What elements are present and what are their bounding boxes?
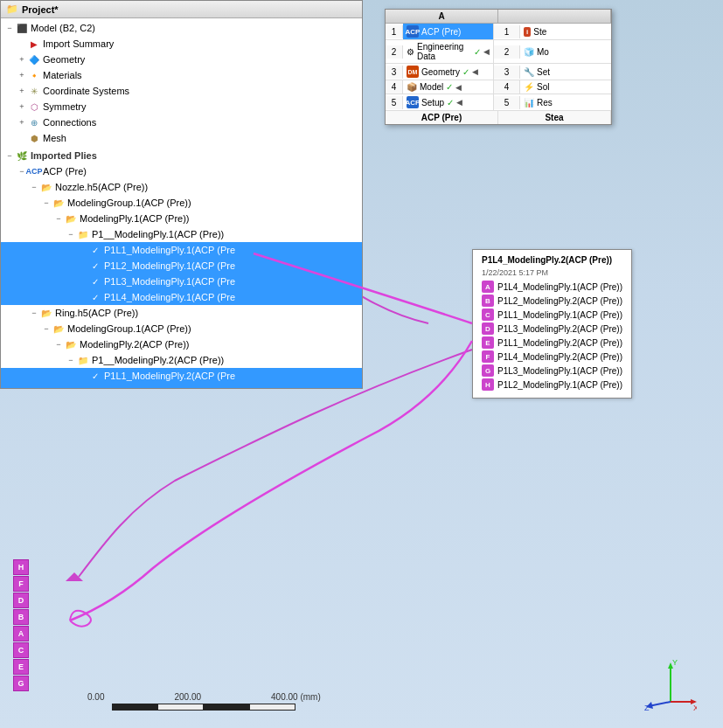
workflow-footer: ACP (Pre) Stea <box>386 111 611 124</box>
wf-right-4: ⚡ Sol <box>520 80 611 94</box>
expand-mp1[interactable]: − <box>53 214 64 223</box>
tree-item-p1l3mp1[interactable]: ✓ P1L3_ModelingPly.1(ACP (Pre <box>1 274 362 289</box>
geom-arrow: ◀ <box>472 67 478 76</box>
model-badge-d: D <box>13 593 29 608</box>
tree-item-geometry[interactable]: + 🔷 Geometry <box>1 52 362 67</box>
tree-item-p1l1mp1[interactable]: ✓ P1L1_ModelingPly.1(ACP (Pre <box>1 242 362 258</box>
wf-cell-engdata: ⚙ Engineering Data ✓ ◀ <box>403 40 494 63</box>
ring-icon: 📂 <box>39 306 53 320</box>
tree-item-p1-mp1[interactable]: − 📁 P1__ModelingPly.1(ACP (Pre)) <box>1 226 362 242</box>
tree-item-mp1[interactable]: − 📂 ModelingPly.1(ACP (Pre)) <box>1 211 362 226</box>
expand-connections[interactable]: + <box>17 118 27 127</box>
scale-seg-3 <box>204 704 249 711</box>
scale-label-1: 200.00 <box>174 692 201 702</box>
legend-label-g: P1L3_ModelingPly.1(ACP (Pre)) <box>497 366 622 376</box>
wf-engdata-label: Engineering Data <box>417 42 471 61</box>
tree-item-coord[interactable]: + ✳ Coordinate Systems <box>1 83 362 99</box>
tree-item-p1-mp2[interactable]: − 📁 P1__ModelingPly.2(ACP (Pre)) <box>1 352 362 368</box>
engdata-arrow: ◀ <box>483 47 490 56</box>
wf-model-label: Model <box>420 82 443 92</box>
scale-bar <box>112 704 295 711</box>
legend-item-h: H P1L2_ModelingPly.1(ACP (Pre)) <box>482 378 622 391</box>
workflow-row-5[interactable]: 5 ACP Setup ✓ ◀ 5 📊 Res <box>386 94 611 111</box>
p1l1mp1-check: ✓ <box>88 243 102 257</box>
setup-arrow: ◀ <box>456 98 462 107</box>
expand-mg1ring[interactable]: − <box>41 324 52 333</box>
model-check: ✓ <box>446 82 453 92</box>
expand-ring[interactable]: − <box>29 309 39 317</box>
legend-subtitle: 1/22/2021 5:17 PM <box>482 268 622 277</box>
footer-left: ACP (Pre) <box>386 111 498 124</box>
wf-geom-label: Geometry <box>421 67 460 77</box>
tree-item-imported-plies[interactable]: − 🌿 Imported Plies <box>1 148 362 163</box>
expand-mg1[interactable]: − <box>41 198 52 207</box>
tree-item-nozzle[interactable]: − 📂 Nozzle.h5(ACP (Pre)) <box>1 179 362 195</box>
legend-label-b: P1L2_ModelingPly.2(ACP (Pre)) <box>497 296 622 306</box>
nozzle-icon: 📂 <box>39 180 53 194</box>
wf-num-4-right: 4 <box>494 80 520 94</box>
wf-setup-label: Setup <box>421 98 444 107</box>
legend-label-a: P1L4_ModelingPly.1(ACP (Pre)) <box>497 282 622 292</box>
model-label: Model (B2, C2) <box>31 23 95 33</box>
p1l2mp1-check: ✓ <box>88 259 102 273</box>
expand-materials[interactable]: + <box>17 71 27 80</box>
legend-badge-e: E <box>482 336 494 349</box>
mp1-icon: 📂 <box>64 211 78 225</box>
expand-imported[interactable]: − <box>4 151 15 160</box>
tree-item-symmetry[interactable]: + ⬡ Symmetry <box>1 99 362 114</box>
expand-symmetry[interactable]: + <box>17 102 27 111</box>
project-panel: 📁 Project* − ⬛ Model (B2, C2) ▶ Import S… <box>0 0 363 389</box>
workflow-row-3[interactable]: 3 DM Geometry ✓ ◀ 3 🔧 Set <box>386 64 611 80</box>
acp-badge: ACP <box>407 25 419 38</box>
expand-p1mp2[interactable]: − <box>66 356 76 364</box>
wf-right-2-label: Mo <box>537 47 549 57</box>
tree-item-ring[interactable]: − 📂 Ring.h5(ACP (Pre)) <box>1 305 362 321</box>
legend-badge-b: B <box>482 295 494 307</box>
tree-item-acp-pre[interactable]: − ACP ACP (Pre) <box>1 163 362 179</box>
wf-num-2-right: 2 <box>494 45 520 59</box>
workflow-col-a: A <box>386 10 498 23</box>
expand-mp2[interactable]: − <box>53 340 64 349</box>
expand-geometry[interactable]: + <box>17 55 27 64</box>
tree-item-mg1-ring[interactable]: − 📂 ModelingGroup.1(ACP (Pre)) <box>1 321 362 336</box>
connections-label: Connections <box>43 117 96 128</box>
tree-item-mg1[interactable]: − 📂 ModelingGroup.1(ACP (Pre)) <box>1 195 362 211</box>
tree-item-p1l1mp2[interactable]: ✓ P1L1_ModelingPly.2(ACP (Pre <box>1 368 362 384</box>
legend-badge-g: G <box>482 364 494 377</box>
legend-label-h: P1L2_ModelingPly.1(ACP (Pre)) <box>497 380 622 390</box>
tree-item-mp2[interactable]: − 📂 ModelingPly.2(ACP (Pre)) <box>1 336 362 352</box>
legend-item-f: F P1L4_ModelingPly.2(ACP (Pre)) <box>482 350 622 363</box>
connections-icon: ⊕ <box>27 115 41 129</box>
legend-badge-h: H <box>482 378 494 391</box>
workflow-row-2[interactable]: 2 ⚙ Engineering Data ✓ ◀ 2 🧊 Mo <box>386 40 611 64</box>
model-badge-g: G <box>13 676 29 691</box>
wf-cell-acp: ACP ACP (Pre) <box>403 24 494 39</box>
expand-p1mp1[interactable]: − <box>66 230 76 239</box>
tree-item-import-summary[interactable]: ▶ Import Summary <box>1 36 362 52</box>
project-icon: 📁 <box>6 3 18 15</box>
main-container: (A) 📁 Project* − ⬛ Model (B2, C2) ▶ Impo… <box>0 0 723 728</box>
p1l3mp1-label: P1L3_ModelingPly.1(ACP (Pre <box>104 276 235 287</box>
p1mp2-label: P1__ModelingPly.2(ACP (Pre)) <box>92 355 224 365</box>
expand-model[interactable]: − <box>4 24 15 32</box>
tree-item-p1l4mp1[interactable]: ✓ P1L4_ModelingPly.1(ACP (Pre <box>1 289 362 305</box>
expand-coord[interactable]: + <box>17 87 27 95</box>
dm-badge: DM <box>407 66 419 78</box>
tree-item-p1l2mp1[interactable]: ✓ P1L2_ModelingPly.1(ACP (Pre <box>1 258 362 274</box>
workflow-row-4[interactable]: 4 📦 Model ✓ ◀ 4 ⚡ Sol <box>386 80 611 94</box>
wf-num-5-right: 5 <box>494 96 520 109</box>
tree-item-mesh[interactable]: ⬢ Mesh <box>1 130 362 146</box>
legend-label-f: P1L4_ModelingPly.2(ACP (Pre)) <box>497 352 622 362</box>
acp-pre-label: ACP (Pre) <box>43 166 87 177</box>
p1l2mp2-label: P1L2_ModelingPly.2(ACP (Pre <box>104 386 235 389</box>
tree-item-model[interactable]: − ⬛ Model (B2, C2) <box>1 20 362 36</box>
tree-item-connections[interactable]: + ⊕ Connections <box>1 114 362 130</box>
tree-item-p1l2mp2[interactable]: ✓ P1L2_ModelingPly.2(ACP (Pre <box>1 384 362 389</box>
legend-item-e: E P1L1_ModelingPly.2(ACP (Pre)) <box>482 336 622 349</box>
nozzle-label: Nozzle.h5(ACP (Pre)) <box>55 182 148 192</box>
wf-num-4: 4 <box>386 80 403 94</box>
workflow-row-1[interactable]: 1 ACP ACP (Pre) 1 i Ste <box>386 24 611 40</box>
tree-item-materials[interactable]: + 🔸 Materials <box>1 67 362 83</box>
workflow-panel: A 1 ACP ACP (Pre) 1 i Ste 2 ⚙ Engineerin… <box>385 9 612 125</box>
expand-nozzle[interactable]: − <box>29 183 39 191</box>
